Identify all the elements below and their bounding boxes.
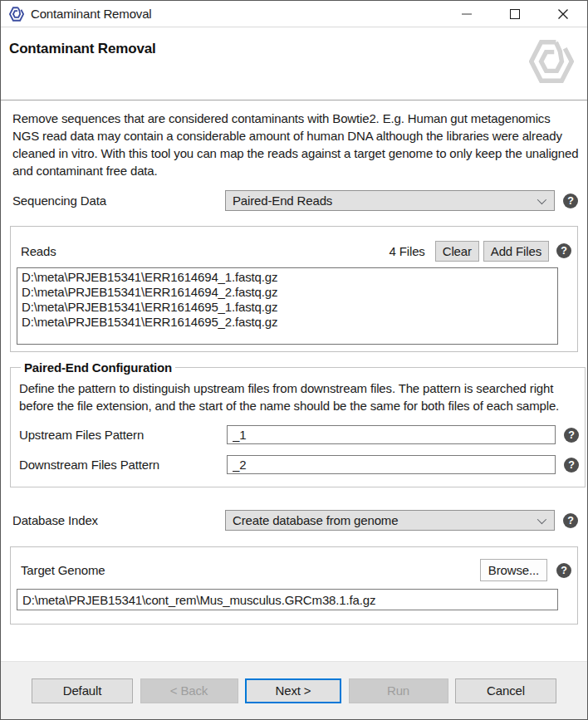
sequencing-data-value: Paired-End Reads bbox=[233, 193, 537, 208]
dialog-body: Remove sequences that are considered con… bbox=[1, 110, 587, 624]
reads-label: Reads bbox=[21, 244, 56, 258]
window-controls bbox=[443, 1, 587, 27]
downstream-pattern-help-icon[interactable]: ? bbox=[564, 458, 579, 473]
chevron-down-icon bbox=[537, 194, 546, 203]
list-item[interactable]: D:\meta\PRJEB15341\ERR1614694_1.fastq.gz bbox=[17, 270, 557, 285]
upstream-pattern-input[interactable] bbox=[227, 425, 556, 444]
tool-description: Remove sequences that are considered con… bbox=[12, 110, 579, 179]
footer-button-bar: Default < Back Next > Run Cancel bbox=[1, 661, 587, 719]
next-button[interactable]: Next > bbox=[245, 678, 341, 703]
list-item[interactable]: D:\meta\PRJEB15341\ERR1614695_1.fastq.gz bbox=[17, 300, 557, 315]
database-index-help-icon[interactable]: ? bbox=[563, 513, 578, 528]
reads-group: Reads 4 Files Clear Add Files ? D:\meta\… bbox=[10, 226, 578, 352]
downstream-pattern-label: Downstream Files Pattern bbox=[19, 458, 227, 472]
brand-hexagon-logo bbox=[529, 39, 574, 84]
target-genome-group: Target Genome Browse... ? bbox=[10, 546, 578, 624]
close-button[interactable] bbox=[539, 1, 587, 27]
paired-end-config-legend: Paired-End Configuration bbox=[21, 360, 175, 375]
target-genome-help-icon[interactable]: ? bbox=[556, 563, 571, 578]
downstream-pattern-row: Downstream Files Pattern ? bbox=[19, 455, 579, 474]
window-title: Contaminant Removal bbox=[31, 7, 152, 21]
sequencing-data-select[interactable]: Paired-End Reads bbox=[225, 190, 555, 211]
sequencing-data-row: Sequencing Data Paired-End Reads ? bbox=[12, 190, 578, 211]
maximize-icon bbox=[510, 9, 520, 19]
contaminant-removal-dialog: Contaminant Removal Contaminant Removal … bbox=[0, 0, 588, 720]
close-icon bbox=[557, 8, 569, 20]
target-genome-label: Target Genome bbox=[21, 563, 105, 577]
database-index-select[interactable]: Create database from genome bbox=[225, 510, 555, 531]
add-files-button[interactable]: Add Files bbox=[483, 241, 549, 262]
paired-end-config-description: Define the pattern to distinguish upstre… bbox=[19, 380, 572, 414]
sequencing-data-help-icon[interactable]: ? bbox=[563, 193, 578, 208]
minimize-button[interactable] bbox=[443, 1, 491, 27]
back-button: < Back bbox=[140, 678, 238, 703]
reads-file-list[interactable]: D:\meta\PRJEB15341\ERR1614694_1.fastq.gz… bbox=[17, 267, 558, 345]
reads-help-icon[interactable]: ? bbox=[556, 243, 571, 258]
app-hexagon-icon bbox=[9, 7, 24, 22]
target-genome-header: Target Genome Browse... ? bbox=[17, 559, 571, 581]
list-item[interactable]: D:\meta\PRJEB15341\ERR1614694_2.fastq.gz bbox=[17, 285, 557, 300]
default-button[interactable]: Default bbox=[32, 678, 133, 703]
upstream-pattern-help-icon[interactable]: ? bbox=[564, 428, 579, 443]
chevron-down-icon bbox=[537, 514, 546, 523]
minimize-icon bbox=[462, 13, 472, 15]
target-genome-path-input[interactable] bbox=[17, 589, 558, 610]
page-header: Contaminant Removal bbox=[1, 27, 587, 100]
sequencing-data-label: Sequencing Data bbox=[12, 193, 225, 208]
database-index-value: Create database from genome bbox=[233, 513, 537, 527]
database-index-label: Database Index bbox=[12, 513, 225, 527]
upstream-pattern-label: Upstream Files Pattern bbox=[19, 428, 227, 442]
downstream-pattern-input[interactable] bbox=[227, 455, 556, 474]
reads-header: Reads 4 Files Clear Add Files ? bbox=[17, 240, 571, 262]
maximize-button[interactable] bbox=[491, 1, 539, 27]
paired-end-config-group: Paired-End Configuration Define the patt… bbox=[10, 360, 586, 487]
title-bar: Contaminant Removal bbox=[1, 1, 587, 27]
database-index-row: Database Index Create database from geno… bbox=[12, 510, 578, 531]
clear-button[interactable]: Clear bbox=[435, 241, 479, 262]
page-title: Contaminant Removal bbox=[9, 41, 156, 57]
browse-button[interactable]: Browse... bbox=[480, 559, 547, 581]
upstream-pattern-row: Upstream Files Pattern ? bbox=[19, 425, 579, 444]
list-item[interactable]: D:\meta\PRJEB15341\ERR1614695_2.fastq.gz bbox=[17, 315, 557, 330]
run-button: Run bbox=[349, 678, 448, 703]
cancel-button[interactable]: Cancel bbox=[455, 678, 556, 703]
reads-count: 4 Files bbox=[390, 244, 425, 258]
